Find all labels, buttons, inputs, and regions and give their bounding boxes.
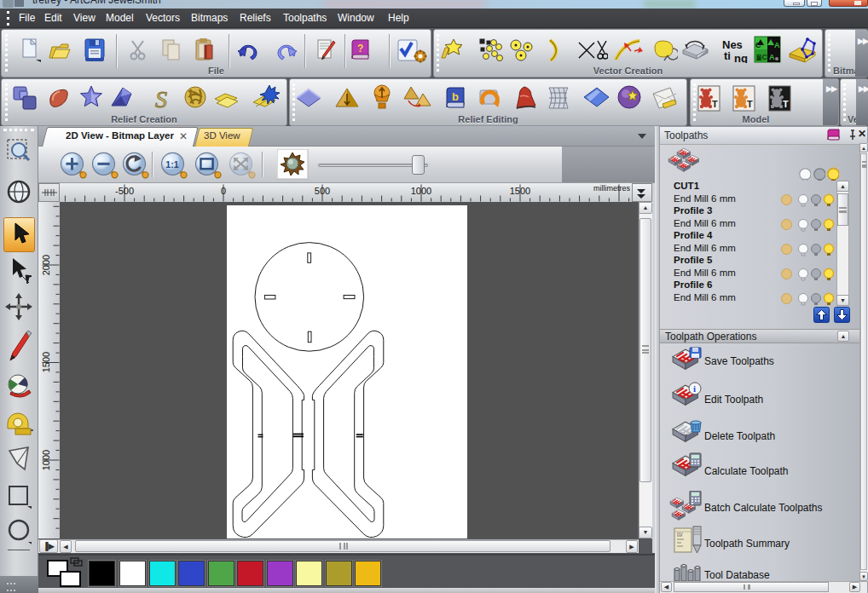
- svg-text:i: i: [693, 383, 696, 394]
- svg-text:2000: 2000: [41, 255, 51, 275]
- svg-text:1500: 1500: [41, 352, 51, 372]
- svg-text:1000: 1000: [41, 450, 51, 470]
- svg-text:my: my: [677, 531, 683, 536]
